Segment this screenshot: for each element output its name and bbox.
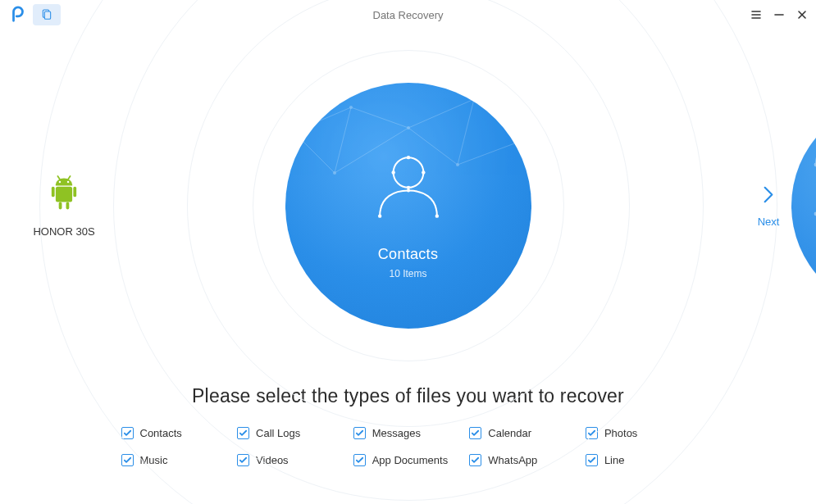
category-disc-peek[interactable] bbox=[791, 99, 816, 312]
file-type-checkbox[interactable]: Calendar bbox=[469, 427, 579, 439]
svg-point-15 bbox=[522, 138, 525, 142]
svg-point-14 bbox=[472, 98, 476, 101]
file-type-checkbox[interactable]: Messages bbox=[353, 427, 463, 439]
file-type-label: Photos bbox=[604, 427, 637, 439]
file-type-label: App Documents bbox=[372, 454, 449, 466]
file-type-checkbox[interactable]: App Documents bbox=[353, 454, 463, 466]
category-disc-contacts[interactable]: Contacts 10 Items bbox=[285, 83, 531, 329]
file-type-label: Call Logs bbox=[256, 427, 300, 439]
checkbox-icon bbox=[586, 427, 598, 439]
checkbox-icon bbox=[237, 427, 249, 439]
file-type-label: Line bbox=[604, 454, 625, 466]
category-subtitle: 10 Items bbox=[389, 268, 426, 279]
file-type-label: WhatsApp bbox=[488, 454, 537, 466]
file-type-label: Messages bbox=[372, 427, 421, 439]
app-logo-icon bbox=[8, 5, 28, 25]
file-type-label: Calendar bbox=[488, 427, 531, 439]
category-carousel: Contacts 10 Items bbox=[0, 66, 816, 345]
svg-point-11 bbox=[292, 130, 295, 134]
menu-icon[interactable] bbox=[750, 9, 762, 20]
svg-rect-1 bbox=[44, 11, 50, 19]
checkbox-icon bbox=[469, 427, 481, 439]
checkbox-icon bbox=[353, 454, 366, 466]
svg-point-13 bbox=[407, 126, 410, 129]
mode-button[interactable] bbox=[33, 4, 61, 25]
svg-point-16 bbox=[333, 171, 336, 175]
checkbox-icon bbox=[121, 454, 134, 466]
stage: HONOR 30S Next bbox=[0, 30, 816, 382]
file-type-label: Music bbox=[140, 454, 168, 466]
file-type-checkbox[interactable]: Videos bbox=[237, 454, 347, 466]
instruction-text: Please select the types of files you wan… bbox=[0, 385, 816, 407]
svg-point-12 bbox=[349, 106, 353, 109]
file-type-checkbox[interactable]: WhatsApp bbox=[469, 454, 579, 466]
file-type-label: Videos bbox=[256, 454, 289, 466]
checkbox-icon bbox=[237, 454, 249, 466]
file-type-label: Contacts bbox=[140, 427, 182, 439]
file-type-checkbox[interactable]: Photos bbox=[586, 427, 695, 439]
close-icon[interactable] bbox=[796, 9, 808, 20]
checkbox-icon bbox=[469, 454, 481, 466]
minimize-icon[interactable] bbox=[773, 9, 785, 20]
file-type-checkbox[interactable]: Contacts bbox=[121, 427, 231, 439]
checkbox-icon bbox=[586, 454, 598, 466]
file-type-checkbox[interactable]: Music bbox=[121, 454, 231, 466]
file-type-grid: ContactsCall LogsMessagesCalendarPhotosM… bbox=[121, 427, 695, 466]
file-type-checkbox[interactable]: Line bbox=[586, 454, 695, 466]
checkbox-icon bbox=[121, 427, 134, 439]
window-title: Data Recovery bbox=[0, 9, 816, 21]
titlebar: Data Recovery bbox=[0, 0, 816, 30]
svg-point-17 bbox=[456, 163, 459, 166]
mesh-decoration bbox=[285, 83, 531, 329]
checkbox-icon bbox=[353, 427, 366, 439]
file-type-checkbox[interactable]: Call Logs bbox=[237, 427, 347, 439]
